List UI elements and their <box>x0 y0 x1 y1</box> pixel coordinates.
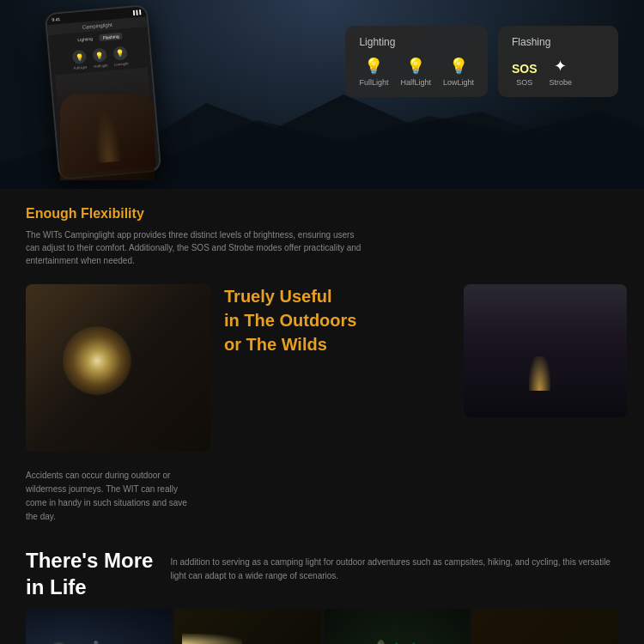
photo-grid: 🚴 🌲🌲🌲 ⛺ <box>26 609 618 644</box>
more-right: In addition to serving as a camping ligh… <box>170 547 618 583</box>
lighting-card: Lighting 💡 FullLight 💡 HalfLight 💡 LowLi… <box>345 26 488 97</box>
feature-cards: Lighting 💡 FullLight 💡 HalfLight 💡 LowLi… <box>345 26 618 97</box>
outdoor-right: Truely Useful in The Outdoors or The Wil… <box>224 284 618 452</box>
more-section: There's More in Life In addition to serv… <box>26 534 618 609</box>
lighting-icons: 💡 FullLight 💡 HalfLight 💡 LowLight <box>359 57 474 87</box>
phone-mockup: 9:41 ▐▐▐ Campinglight Lighting Flashing … <box>52 9 189 180</box>
more-title: There's More in Life <box>26 547 153 600</box>
grid-cell-car <box>174 609 320 644</box>
more-left: There's More in Life <box>26 547 153 600</box>
person-night-photo <box>464 284 627 417</box>
flexibility-title: Enough Flexibility <box>26 206 618 222</box>
flashing-icons: SOS SOS ✦ Strobe <box>512 57 605 87</box>
flexibility-section: Enough Flexibility The WITs Campinglight… <box>26 189 618 276</box>
accident-text: Accidents can occur during outdoor or wi… <box>26 460 197 524</box>
worker-photo <box>26 284 210 452</box>
grid-cell-cyclist: 🚴 <box>26 609 172 644</box>
hero-section: 9:41 ▐▐▐ Campinglight Lighting Flashing … <box>0 0 644 189</box>
flashing-card: Flashing SOS SOS ✦ Strobe <box>498 26 618 97</box>
hand-overlay <box>60 94 155 180</box>
more-description: In addition to serving as a camping ligh… <box>170 556 618 583</box>
accident-section: Accidents can occur during outdoor or wi… <box>26 460 618 524</box>
grid-cell-forest: 🌲🌲🌲 <box>324 609 470 644</box>
outdoor-section: Truely Useful in The Outdoors or The Wil… <box>26 284 618 452</box>
grid-cell-camp-large <box>472 609 618 644</box>
more-row: There's More in Life In addition to serv… <box>26 547 618 600</box>
main-content: Enough Flexibility The WITs Campinglight… <box>0 189 644 644</box>
flexibility-description: The WITs Campinglight app provides three… <box>26 228 369 267</box>
